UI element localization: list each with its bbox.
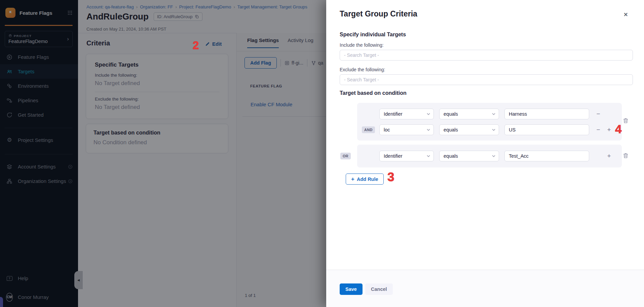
trash-icon[interactable]: [623, 153, 629, 159]
chevron-down-icon: [492, 129, 495, 131]
app-window: Feature Flags PROJECT FeatureFlagDemo ›: [0, 0, 644, 307]
close-icon[interactable]: ✕: [623, 11, 628, 18]
add-value-button[interactable]: +: [605, 126, 613, 133]
specify-targets-title: Specify individual Targets: [340, 32, 406, 38]
include-target-search-input[interactable]: [340, 50, 633, 61]
operator-select[interactable]: equals: [439, 151, 499, 161]
condition-row: loc equals − +: [357, 124, 622, 135]
exclude-following-label: Exclude the following:: [340, 67, 385, 72]
condition-value-input[interactable]: [504, 109, 589, 119]
chevron-down-icon: [492, 113, 495, 115]
drawer-title: Target Group Criteria: [340, 9, 417, 18]
annotation-step-4: 4: [615, 122, 621, 136]
remove-value-button[interactable]: −: [595, 126, 602, 133]
trash-icon[interactable]: [623, 118, 629, 124]
operator-select[interactable]: equals: [439, 124, 499, 135]
chevron-down-icon: [492, 155, 495, 157]
rule-group: AND Identifier equals − loc: [357, 103, 622, 141]
exclude-target-search-input[interactable]: [340, 74, 633, 85]
attribute-select[interactable]: Identifier: [379, 151, 434, 161]
chevron-down-icon: [427, 113, 430, 115]
condition-row: Identifier equals +: [357, 151, 622, 161]
drawer-footer: Save Cancel: [326, 270, 644, 307]
plus-icon: +: [351, 176, 354, 183]
annotation-step-2: 2: [193, 39, 199, 52]
operator-select[interactable]: equals: [439, 109, 499, 119]
remove-value-button[interactable]: −: [595, 110, 602, 118]
or-join-chip: OR: [340, 153, 351, 159]
condition-section-title: Target based on condition: [340, 90, 407, 96]
condition-value-input[interactable]: [504, 151, 589, 161]
cancel-button[interactable]: Cancel: [365, 283, 393, 295]
include-following-label: Include the following:: [340, 42, 384, 48]
attribute-select[interactable]: Identifier: [379, 109, 434, 119]
add-value-button[interactable]: +: [605, 152, 613, 160]
save-button[interactable]: Save: [340, 283, 363, 295]
condition-row: Identifier equals −: [357, 109, 622, 119]
annotation-step-3: 3: [387, 170, 394, 184]
rule-group: Identifier equals +: [357, 145, 622, 167]
target-group-criteria-drawer: ✕ Target Group Criteria Specify individu…: [326, 0, 644, 307]
chevron-down-icon: [427, 155, 430, 157]
attribute-select[interactable]: loc: [379, 124, 434, 135]
chevron-down-icon: [427, 129, 430, 131]
add-rule-button[interactable]: + Add Rule: [346, 174, 384, 185]
condition-value-input[interactable]: [504, 124, 589, 135]
